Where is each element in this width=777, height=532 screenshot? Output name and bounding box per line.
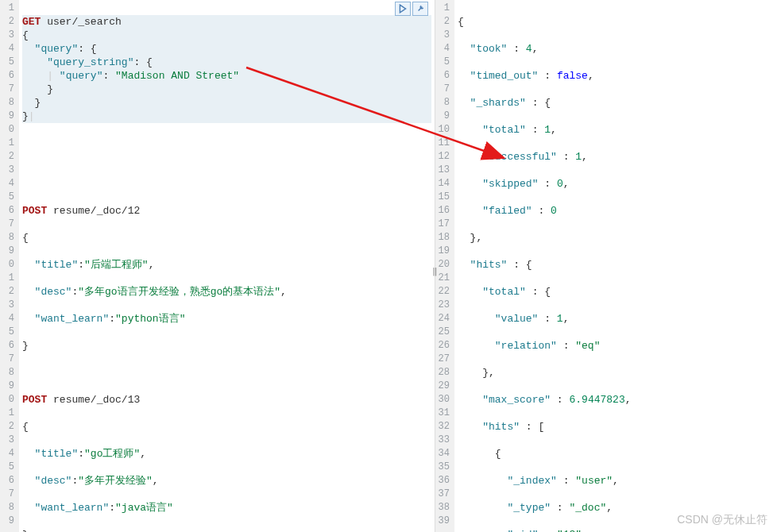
pane-splitter-handle[interactable]: ‖ xyxy=(432,266,438,276)
http-method: POST xyxy=(22,394,47,406)
right-gutter: 1 2 3 4 5 6 7 8 9 10 11 12 13 14 15 16 1… xyxy=(435,0,454,532)
response-pane[interactable]: 1 2 3 4 5 6 7 8 9 10 11 12 13 14 15 16 1… xyxy=(435,0,777,532)
request-toolbar xyxy=(395,2,428,16)
wrench-icon xyxy=(416,4,425,13)
watermark: CSDN @无休止符 xyxy=(677,513,767,527)
query-value: "Madison AND Street" xyxy=(115,70,239,82)
response-code: { "took" : 4, "timed_out" : false, "_sha… xyxy=(454,0,777,532)
http-method: POST xyxy=(22,205,47,217)
request-path: user/_search xyxy=(47,16,122,28)
request-editor-pane[interactable]: 1 2 3 4 5 6 7 8 9 0 1 2 3 4 5 6 7 8 9 0 … xyxy=(0,0,435,532)
http-method: GET xyxy=(22,16,41,28)
left-gutter: 1 2 3 4 5 6 7 8 9 0 1 2 3 4 5 6 7 8 9 0 … xyxy=(0,0,19,532)
play-icon xyxy=(398,4,408,13)
request-code[interactable]: GET user/_search { "query": { "query_str… xyxy=(19,0,435,532)
wrench-button[interactable] xyxy=(412,2,428,16)
run-button[interactable] xyxy=(395,2,411,16)
hits-value-key: "value" xyxy=(495,313,539,325)
